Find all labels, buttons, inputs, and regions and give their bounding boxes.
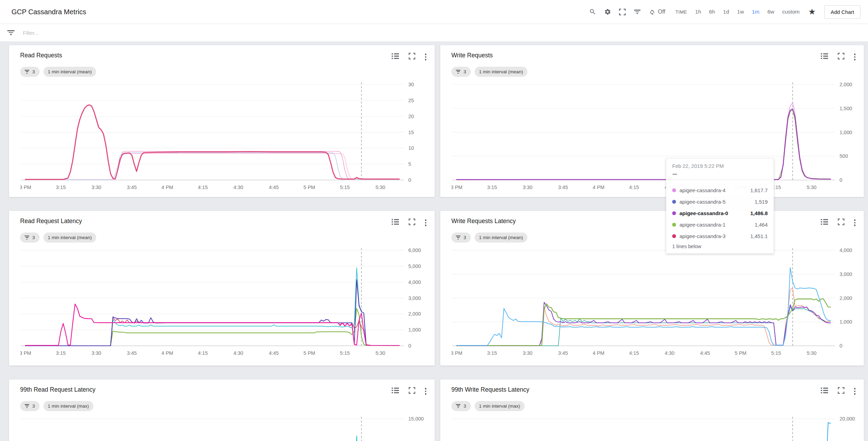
- chart-plot[interactable]: 05,00010,00015,00020,0003 PM3:153:303:45…: [451, 415, 861, 441]
- more-options-icon[interactable]: [854, 218, 856, 227]
- svg-text:5:30: 5:30: [807, 350, 816, 356]
- svg-text:3,000: 3,000: [840, 271, 852, 277]
- time-range-1m[interactable]: 1m: [752, 9, 760, 15]
- dashboard-filter-bar: [0, 24, 868, 41]
- interval-chip[interactable]: 1 min interval (max): [43, 401, 94, 411]
- svg-text:4:15: 4:15: [198, 185, 208, 190]
- filter-count-chip[interactable]: 3: [451, 67, 471, 77]
- legend-list-icon[interactable]: [821, 53, 828, 60]
- time-range-6h[interactable]: 6h: [709, 9, 715, 15]
- more-options-icon[interactable]: [425, 387, 427, 396]
- filter-input[interactable]: [23, 30, 266, 36]
- chart-title: Read Request Latency: [20, 216, 392, 225]
- svg-text:4:30: 4:30: [233, 350, 243, 356]
- chart-plot[interactable]: 05,00010,00015,0003 PM3:153:303:454 PM4:…: [20, 415, 430, 441]
- svg-text:1,000: 1,000: [408, 327, 421, 333]
- settings-gear-icon[interactable]: [604, 8, 611, 15]
- svg-text:15: 15: [408, 129, 414, 135]
- expand-chart-icon[interactable]: [838, 387, 844, 395]
- card-write-requests-latency: Write Requests Latency 3 1 min interval …: [440, 211, 864, 366]
- legend-list-icon[interactable]: [392, 387, 399, 395]
- svg-text:2,000: 2,000: [840, 295, 852, 301]
- time-section-label: TIME: [675, 9, 687, 15]
- time-range-6w[interactable]: 6w: [767, 9, 774, 15]
- filter-count-chip[interactable]: 3: [451, 401, 471, 411]
- svg-text:0: 0: [408, 343, 411, 349]
- series-color-dot: [672, 200, 676, 204]
- search-icon[interactable]: [589, 8, 596, 15]
- svg-text:4 PM: 4 PM: [161, 350, 173, 356]
- more-options-icon[interactable]: [425, 218, 427, 227]
- time-range-1w[interactable]: 1w: [737, 9, 744, 15]
- svg-text:4:45: 4:45: [269, 185, 279, 190]
- time-range-1h[interactable]: 1h: [695, 9, 701, 15]
- svg-text:6,000: 6,000: [408, 247, 421, 253]
- svg-text:20,000: 20,000: [840, 416, 855, 422]
- svg-text:5:15: 5:15: [771, 350, 781, 356]
- fullscreen-icon[interactable]: [619, 9, 626, 15]
- series-color-dot: [672, 211, 676, 215]
- time-range-1d[interactable]: 1d: [723, 9, 729, 15]
- favorite-star-icon[interactable]: ★: [808, 7, 816, 17]
- more-options-icon[interactable]: [854, 387, 856, 396]
- chart-plot[interactable]: 05001,0001,5002,0003 PM3:153:303:454 PM4…: [451, 81, 861, 196]
- svg-text:1,000: 1,000: [840, 129, 852, 135]
- card-read-request-latency: Read Request Latency 3 1 min interval (m…: [9, 211, 435, 366]
- more-options-icon[interactable]: [425, 52, 427, 62]
- filter-count-chip[interactable]: 3: [20, 67, 40, 77]
- filter-chip-icon: [25, 69, 29, 74]
- interval-chip[interactable]: 1 min interval (mean): [475, 232, 528, 243]
- svg-text:5:30: 5:30: [375, 185, 385, 190]
- interval-chip[interactable]: 1 min interval (max): [475, 401, 525, 411]
- interval-chip[interactable]: 1 min interval (mean): [43, 232, 97, 243]
- svg-text:3:45: 3:45: [127, 350, 137, 356]
- filter-count-chip[interactable]: 3: [20, 232, 40, 243]
- svg-text:5:30: 5:30: [375, 350, 385, 356]
- interval-chip[interactable]: 1 min interval (mean): [43, 67, 97, 77]
- svg-text:5:15: 5:15: [340, 350, 350, 356]
- chart-title: 99th Write Requests Latency: [451, 384, 821, 393]
- filter-list-icon[interactable]: [634, 8, 641, 15]
- card-99th-read-request-latency: 99th Read Request Latency 3 1 min interv…: [9, 379, 435, 441]
- expand-chart-icon[interactable]: [838, 53, 844, 61]
- auto-refresh-control[interactable]: Off: [649, 9, 665, 15]
- legend-list-icon[interactable]: [821, 219, 828, 226]
- legend-list-icon[interactable]: [392, 53, 399, 60]
- chart-hover-tooltip: Feb 22, 2019 5:22 PM apigee-cassandra-4 …: [666, 158, 774, 254]
- more-options-icon[interactable]: [854, 52, 856, 62]
- svg-text:3 PM: 3 PM: [20, 185, 31, 190]
- expand-chart-icon[interactable]: [409, 53, 415, 61]
- svg-text:5 PM: 5 PM: [735, 350, 746, 356]
- chart-title: Write Requests: [451, 50, 821, 59]
- legend-list-icon[interactable]: [821, 387, 828, 395]
- svg-text:3:30: 3:30: [523, 350, 532, 356]
- series-color-dot: [672, 188, 676, 192]
- add-chart-button[interactable]: Add Chart: [824, 5, 860, 19]
- svg-text:3:30: 3:30: [523, 185, 532, 190]
- card-99th-write-requests-latency: 99th Write Requests Latency 3 1 min inte…: [440, 379, 864, 441]
- tooltip-row: apigee-cassandra-0 1,486.8: [672, 207, 768, 219]
- svg-text:4:45: 4:45: [269, 350, 279, 356]
- filter-count-chip[interactable]: 3: [20, 401, 40, 411]
- tooltip-crosshair-dash: [673, 174, 677, 175]
- expand-chart-icon[interactable]: [838, 219, 844, 227]
- chart-plot[interactable]: 01,0002,0003,0004,0005,0006,0003 PM3:153…: [20, 247, 430, 361]
- filter-chip-icon: [456, 403, 460, 409]
- svg-text:5:30: 5:30: [807, 185, 816, 190]
- refresh-icon: [649, 9, 656, 15]
- svg-text:0: 0: [840, 177, 842, 183]
- expand-chart-icon[interactable]: [409, 219, 415, 227]
- filter-icon: [7, 29, 15, 36]
- interval-chip[interactable]: 1 min interval (mean): [475, 67, 528, 77]
- chart-plot[interactable]: 0510152025303 PM3:153:303:454 PM4:154:30…: [20, 81, 430, 196]
- expand-chart-icon[interactable]: [409, 387, 415, 395]
- time-range-custom[interactable]: custom: [782, 9, 800, 15]
- svg-text:4,000: 4,000: [840, 247, 852, 253]
- chart-plot[interactable]: 01,0002,0003,0004,0003 PM3:153:303:454 P…: [451, 247, 861, 361]
- svg-text:2,000: 2,000: [408, 311, 421, 317]
- svg-text:1,000: 1,000: [840, 319, 852, 325]
- filter-count-chip[interactable]: 3: [451, 232, 471, 243]
- svg-text:2,000: 2,000: [840, 82, 852, 87]
- legend-list-icon[interactable]: [392, 219, 399, 226]
- svg-text:3:45: 3:45: [127, 185, 137, 190]
